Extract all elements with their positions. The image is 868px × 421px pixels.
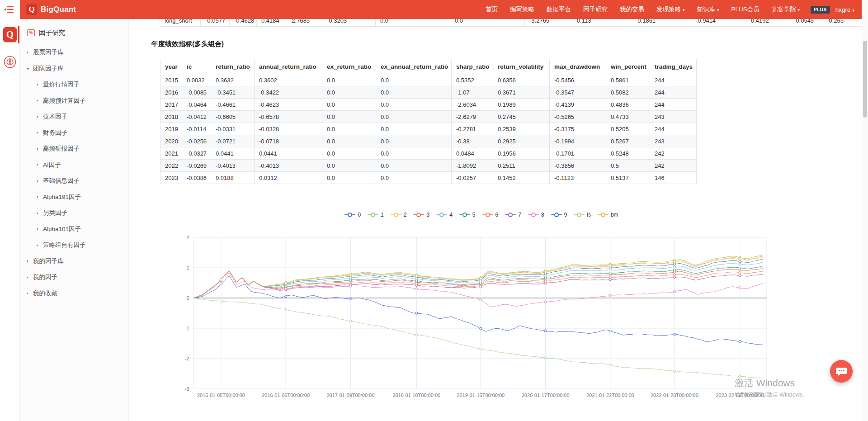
table-cell: 2015 (160, 74, 182, 86)
vertical-scrollbar (862, 0, 868, 421)
table-cell: -0.1861 (631, 19, 691, 27)
table-row: 2020-0.0256-0.0721-0.07180.00.0-0.380.29… (160, 135, 697, 147)
nav-item-5[interactable]: 我的交易 (620, 5, 644, 14)
table-cell: -0.4013 (211, 160, 255, 172)
legend-label: 6 (495, 212, 499, 218)
returns-chart: 210-1-2-32015-01-05T00:00:002016-01-06T0… (176, 231, 796, 405)
sidebar-item-5[interactable]: 技术因子 (20, 109, 128, 125)
legend-line-marker-icon (482, 213, 493, 217)
chat-button[interactable] (830, 360, 853, 383)
nav-item-9[interactable]: 宽客学院▾ (772, 5, 800, 14)
table-cell: -0.0085 (182, 86, 211, 99)
sidebar-item-label: 基础信息因子 (43, 173, 80, 189)
table-cell: 0.0441 (211, 147, 255, 160)
sidebar-item-14[interactable]: 我的因子库 (20, 253, 128, 270)
long-short-row-table: long_short-0.0577-0.46280.4184-2.7685-0.… (160, 19, 862, 27)
table-cell: 0.2925 (493, 135, 550, 147)
sidebar-item-3[interactable]: 量价行情因子 (20, 76, 128, 93)
column-header: sharp_ratio (452, 59, 493, 74)
nav-item-3[interactable]: 数据平台 (547, 5, 571, 14)
table-cell: 0.0 (322, 160, 376, 172)
collapse-sidebar-icon[interactable] (4, 5, 14, 14)
legend-item-bm[interactable]: bm (598, 212, 618, 218)
legend-item-9[interactable]: 9 (551, 212, 567, 218)
tree-expand-icon[interactable]: ▾ (27, 61, 33, 77)
sidebar-item-16[interactable]: 我的收藏 (20, 285, 128, 302)
bullet-icon (37, 141, 43, 157)
bigquant-app-icon[interactable]: Q (3, 27, 17, 42)
legend-item-6[interactable]: 6 (482, 212, 499, 218)
table-cell: 2018 (160, 111, 182, 123)
legend-item-3[interactable]: 3 (413, 212, 429, 218)
table-row: 2016-0.0085-0.3451-0.34220.00.0-1.070.36… (160, 86, 697, 99)
table-cell: -2.6279 (452, 111, 493, 123)
sidebar-item-12[interactable]: Alpha101因子 (20, 221, 128, 237)
chart-legend: 0123456789lsbm (129, 212, 834, 218)
table-cell: -1.07 (452, 86, 493, 99)
svg-text:2016-01-06T00:00:00: 2016-01-06T00:00:00 (262, 393, 310, 398)
sidebar-item-13[interactable]: 策略组自有因子 (20, 237, 128, 253)
legend-line-marker-icon (459, 213, 470, 217)
sidebar-item-11[interactable]: 另类因子 (20, 205, 128, 221)
nav-item-8[interactable]: PLUS会员 (731, 5, 760, 14)
bullet-icon (37, 157, 43, 173)
sidebar-item-15[interactable]: 我的因子 (20, 269, 128, 285)
table-cell: 0.0 (376, 160, 452, 172)
table-cell: 2022 (160, 160, 182, 172)
legend-line-marker-icon (391, 213, 401, 217)
sidebar-item-label: Alpha191因子 (43, 189, 81, 205)
nav-item-4[interactable]: 因子研究 (583, 5, 608, 14)
legend-item-1[interactable]: 1 (368, 212, 384, 218)
table-cell: 0.5267 (606, 135, 650, 147)
sidebar-item-9[interactable]: 基础信息因子 (20, 173, 128, 189)
table-cell: -0.1123 (550, 172, 606, 184)
legend-item-8[interactable]: 8 (528, 212, 544, 218)
table-cell: 0.5248 (606, 147, 650, 160)
table-cell: 0.4836 (606, 99, 650, 111)
nav-item-1[interactable]: 首页 (486, 5, 498, 14)
table-cell: 2020 (160, 135, 182, 147)
table-cell: -0.3856 (550, 160, 606, 172)
bullet-icon (27, 285, 33, 302)
table-cell: -0.0257 (452, 172, 493, 184)
table-cell: 0.4184 (257, 19, 285, 27)
user-menu[interactable]: hxgre▾ (835, 6, 854, 13)
legend-item-7[interactable]: 7 (505, 212, 521, 218)
table-cell: 0.4733 (606, 111, 650, 123)
table-cell: -0.0721 (211, 135, 255, 147)
legend-item-4[interactable]: 4 (436, 212, 453, 218)
sidebar-item-6[interactable]: 财务因子 (20, 125, 128, 141)
table-row: 2022-0.0269-0.4013-0.40130.00.0-1.80920.… (160, 160, 697, 172)
table-cell: 0.0 (376, 135, 452, 147)
ai-assistant-icon[interactable] (3, 55, 17, 69)
legend-item-ls[interactable]: ls (574, 212, 591, 218)
table-cell: 244 (650, 99, 697, 111)
legend-item-2[interactable]: 2 (391, 212, 407, 218)
table-cell: 0.0 (376, 172, 452, 184)
legend-item-5[interactable]: 5 (459, 212, 476, 218)
plus-badge[interactable]: PLUS (811, 6, 830, 14)
nav-item-2[interactable]: 编写策略 (510, 5, 534, 14)
legend-label: 4 (449, 212, 453, 218)
sidebar-item-8[interactable]: AI因子 (20, 157, 128, 173)
table-cell: -0.3451 (211, 86, 255, 99)
table-cell: -0.5265 (550, 111, 606, 123)
sidebar-item-10[interactable]: Alpha191因子 (20, 189, 128, 205)
nav-item-7[interactable]: 知识库▾ (697, 5, 719, 14)
column-header: year (160, 59, 182, 74)
sidebar-item-2[interactable]: ▾团队因子库 (20, 61, 128, 77)
svg-text:-3: -3 (185, 386, 189, 392)
sidebar-item-1[interactable]: 股票因子库 (20, 44, 128, 61)
percent-board-icon: % (27, 29, 35, 36)
scrollbar-thumb[interactable] (863, 41, 867, 118)
table-cell: -0.3422 (255, 86, 322, 99)
sidebar-item-7[interactable]: 高频研报因子 (20, 141, 128, 157)
svg-text:2022-01-28T00:00:00: 2022-01-28T00:00:00 (651, 393, 698, 398)
table-cell: 243 (650, 135, 697, 147)
section-title: 年度绩效指标(多头组合) (151, 40, 224, 48)
sidebar-item-4[interactable]: 高频预计算因子 (20, 93, 128, 109)
nav-item-6[interactable]: 发现策略▾ (656, 5, 685, 14)
brand-logo[interactable]: Q BigQuant (26, 4, 76, 15)
legend-item-0[interactable]: 0 (344, 212, 361, 218)
table-cell: 0.0 (322, 86, 376, 99)
